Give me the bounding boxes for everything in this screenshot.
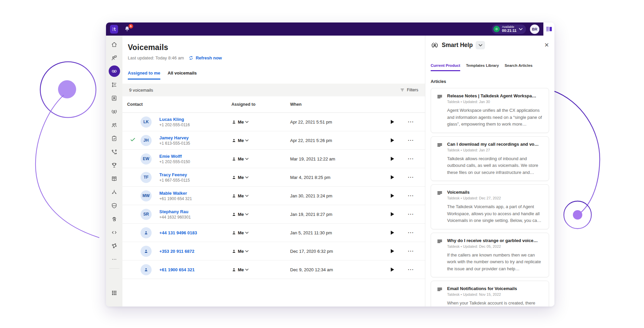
voicemail-row[interactable]: TF Tracy Feeney +1 667-555-0115 Me Mar 4…: [122, 168, 425, 187]
contact-cell: Tracy Feeney +1 667-555-0115: [158, 172, 231, 183]
sidebar-item-apps[interactable]: [109, 287, 120, 298]
row-more-button[interactable]: ⋯: [408, 157, 425, 160]
row-more-button[interactable]: ⋯: [408, 249, 425, 253]
sidebar-item-voicemails[interactable]: [109, 65, 120, 77]
tab-templates-library[interactable]: Templates Library: [466, 63, 499, 71]
row-more-button[interactable]: ⋯: [408, 120, 425, 124]
panel-toggle-icon[interactable]: [545, 26, 553, 33]
notifications-button[interactable]: 5: [123, 25, 131, 33]
sidebar-item-biometrics[interactable]: [109, 213, 120, 225]
tab-all-voicemails[interactable]: All voicemails: [168, 71, 197, 80]
contact-name-link[interactable]: +61 1900 654 321: [159, 267, 231, 272]
assigned-to-dropdown[interactable]: Me: [231, 230, 290, 235]
play-button[interactable]: [391, 157, 394, 161]
sidebar-item-gamification[interactable]: [109, 159, 120, 171]
play-button[interactable]: [391, 268, 394, 272]
row-more-button[interactable]: ⋯: [408, 213, 425, 216]
assigned-to-dropdown[interactable]: Me: [231, 193, 290, 198]
sidebar-item-more[interactable]: [109, 253, 120, 265]
sidebar-item-workflows[interactable]: [109, 186, 120, 198]
row-more-button[interactable]: ⋯: [408, 194, 425, 197]
assigned-to-label: Me: [238, 249, 244, 254]
play-button[interactable]: [391, 212, 394, 216]
user-avatar[interactable]: BR: [530, 25, 539, 34]
contact-name-link[interactable]: +353 20 911 6872: [159, 249, 231, 254]
voicemail-row[interactable]: JH Jamey Harvey +1 613-555-0135 Me Apr 2…: [122, 131, 425, 150]
play-button[interactable]: [391, 231, 394, 235]
sidebar-item-home[interactable]: [109, 39, 120, 50]
topbar-right: Available 00:21:11 BR: [492, 25, 539, 34]
tab-current-product[interactable]: Current Product: [431, 63, 460, 71]
contact-name-link[interactable]: Stephany Rau: [159, 209, 231, 214]
contacts-icon: [111, 95, 118, 102]
article-card[interactable]: Email Notifications for Voicemails Talde…: [431, 281, 549, 307]
article-card[interactable]: Release Notes | Talkdesk Agent Workspa… …: [431, 88, 549, 133]
assigned-to-dropdown[interactable]: Me: [231, 156, 290, 161]
chevron-down-icon: [245, 195, 249, 197]
avatar-cell: MW: [141, 190, 158, 201]
assigned-to-dropdown[interactable]: Me: [231, 175, 290, 180]
article-card[interactable]: Why do I receive strange or garbled voic…: [431, 233, 549, 278]
row-more-button[interactable]: ⋯: [408, 176, 425, 179]
contact-name-link[interactable]: Jamey Harvey: [159, 135, 231, 140]
contact-name-link[interactable]: Lucas Kling: [159, 117, 231, 122]
refresh-now-button[interactable]: Refresh now: [189, 55, 222, 60]
article-snippet: If the callers are known numbers then we…: [447, 252, 543, 273]
agent-status-dropdown[interactable]: Available 00:21:11: [492, 25, 526, 34]
sidebar-item-agent-assist[interactable]: [109, 106, 120, 117]
contact-name-link[interactable]: +44 131 9496 0183: [159, 230, 231, 235]
row-more-button[interactable]: ⋯: [408, 231, 425, 234]
assigned-to-dropdown[interactable]: Me: [231, 120, 290, 125]
sidebar-item-tasks[interactable]: [109, 133, 120, 144]
tab-assigned-to-me[interactable]: Assigned to me: [128, 71, 160, 80]
contact-name-link[interactable]: Emie Wolff: [159, 154, 231, 159]
contact-name-link[interactable]: Tracy Feeney: [159, 172, 231, 177]
article-card[interactable]: Voicemails Taldesk • Updated: Dec 27, 20…: [431, 184, 549, 229]
play-button[interactable]: [391, 249, 394, 253]
row-more-button[interactable]: ⋯: [408, 268, 425, 271]
sidebar-item-conversations[interactable]: [109, 52, 120, 63]
play-button[interactable]: [391, 194, 394, 198]
contact-avatar: [141, 227, 152, 238]
contact-name-link[interactable]: Mable Walker: [159, 191, 231, 196]
topbar-main: 5 Available 00:21:11 BR: [106, 22, 543, 36]
assigned-to-dropdown[interactable]: Me: [231, 267, 290, 272]
article-content: Email Notifications for Voicemails Talde…: [447, 286, 535, 307]
assigned-to-dropdown[interactable]: Me: [231, 249, 290, 254]
sidebar-item-integrations[interactable]: [109, 240, 120, 251]
play-button[interactable]: [391, 175, 394, 179]
smart-help-dropdown-button[interactable]: [476, 41, 485, 49]
article-content: Voicemails Taldesk • Updated: Dec 27, 20…: [447, 190, 543, 224]
sidebar-item-activity[interactable]: [109, 79, 120, 90]
voicemail-row[interactable]: EW Emie Wolff +1 202-555-0150 Me Mar 19,…: [122, 150, 425, 168]
article-card[interactable]: Can I download my call recordings and vo…: [431, 136, 549, 181]
assigned-to-dropdown[interactable]: Me: [231, 212, 290, 217]
person-icon: [231, 193, 236, 198]
sidebar-item-security[interactable]: [109, 200, 120, 211]
contact-avatar: SR: [141, 209, 152, 220]
voicemail-row[interactable]: +61 1900 654 321 Me Dec 9, 2020 12:34 am…: [122, 261, 425, 279]
voicemail-row[interactable]: +353 20 911 6872 Me Dec 17, 2020 6:32 pm…: [122, 242, 425, 261]
tab-search-articles[interactable]: Search Articles: [504, 63, 532, 71]
sidebar-item-journey[interactable]: [109, 146, 120, 157]
voicemail-row[interactable]: LK Lucas Kling +1 202-555-0116 Me Apr 22…: [122, 113, 425, 131]
article-content: Release Notes | Talkdesk Agent Workspa… …: [447, 93, 543, 128]
voicemail-row[interactable]: MW Mable Walker +61 1900 654 321 Me Jan …: [122, 187, 425, 205]
sidebar-item-knowledge[interactable]: [109, 173, 120, 184]
assigned-to-dropdown[interactable]: Me: [231, 138, 290, 143]
column-when: When: [290, 102, 391, 107]
play-button[interactable]: [391, 138, 394, 142]
sidebar-item-developer[interactable]: [109, 227, 120, 238]
voicemail-row[interactable]: SR Stephany Rau +44 1632 960301 Me Jan 1…: [122, 205, 425, 224]
voicemail-row[interactable]: +44 131 9496 0183 Me Jan 5, 2021 11:30 p…: [122, 224, 425, 242]
sidebar-nav: [106, 36, 122, 307]
play-button[interactable]: [391, 120, 394, 124]
sidebar-item-teams[interactable]: [109, 119, 120, 131]
sidebar-item-contacts[interactable]: [109, 92, 120, 104]
close-panel-button[interactable]: ✕: [544, 42, 549, 48]
filters-button[interactable]: Filters: [400, 88, 418, 92]
smart-help-icon: [431, 41, 439, 49]
talkdesk-logo-icon[interactable]: [110, 25, 118, 34]
contact-avatar: [141, 246, 152, 257]
row-more-button[interactable]: ⋯: [408, 139, 425, 142]
